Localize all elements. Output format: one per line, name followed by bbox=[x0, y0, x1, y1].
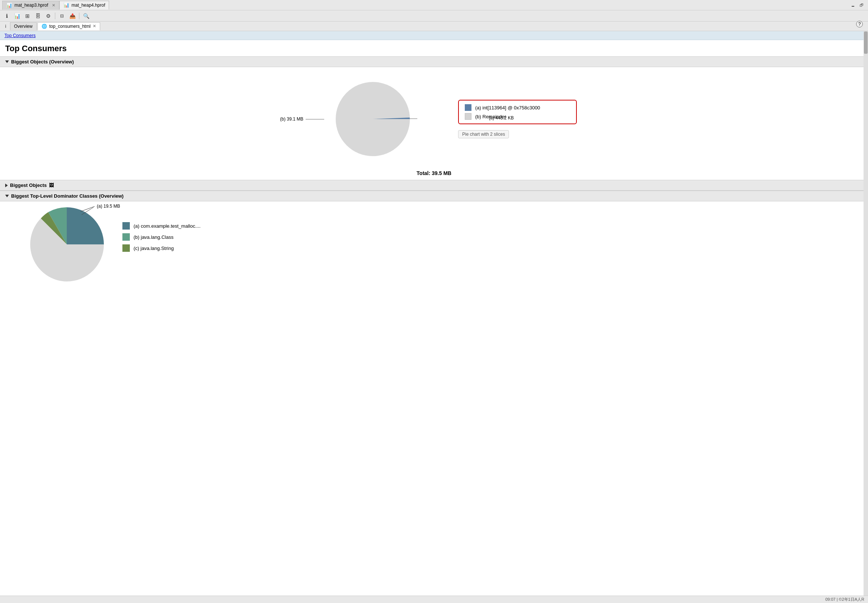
pie-label-a: (a) 445.2 KB bbox=[489, 115, 514, 121]
bar-chart-button[interactable]: 📊 bbox=[12, 12, 22, 20]
view-button[interactable]: ⊟ bbox=[57, 12, 67, 20]
bottom-chart-row: (a) 19.5 MB bbox=[0, 207, 868, 283]
settings-button[interactable]: ⚙ bbox=[44, 12, 53, 20]
tab-top-consumers[interactable]: 🌐 top_consumers_html ✕ bbox=[37, 22, 100, 30]
toolbar-separator bbox=[55, 12, 55, 19]
database-button[interactable]: 🗄 bbox=[33, 12, 42, 20]
bottom-chart-section: (a) 19.5 MB bbox=[0, 201, 868, 283]
pie-caption: Pie chart with 2 slices bbox=[458, 130, 509, 138]
biggest-dominator-title: Biggest Top-Level Dominator Classes (Ove… bbox=[11, 193, 124, 199]
pie-label-b: (b) 39.1 MB bbox=[280, 116, 324, 122]
bottom-legend: (a) com.example.test_malloc.... (b) java… bbox=[122, 207, 201, 252]
tab-overview[interactable]: Overview bbox=[10, 22, 37, 30]
bottom-legend-label-c: (c) java.lang.String bbox=[133, 246, 173, 251]
legend-item-b: (b) Remainder bbox=[465, 113, 570, 120]
view-icon: ⊟ bbox=[60, 13, 64, 19]
bar-chart-icon: 📊 bbox=[14, 13, 20, 19]
breadcrumb-bar: Top Consumers bbox=[0, 31, 868, 40]
biggest-objects-header[interactable]: Biggest Objects 🖼 bbox=[0, 180, 868, 191]
bottom-pie-label-a: (a) 19.5 MB bbox=[80, 204, 120, 209]
title-bar: 📊 mat_heap3.hprof ✕ 📊 mat_heap4.hprof 🗕 … bbox=[0, 0, 868, 10]
legend-item-a: (a) int[113964] @ 0x758c3000 bbox=[465, 104, 570, 111]
scrollbar[interactable] bbox=[863, 31, 868, 603]
biggest-objects-overview-title: Biggest Objects (Overview) bbox=[11, 59, 74, 65]
tab-close-heap3[interactable]: ✕ bbox=[52, 3, 55, 8]
expand-icon bbox=[5, 184, 8, 187]
help-icon: ? bbox=[858, 22, 861, 27]
minimize-button[interactable]: 🗕 bbox=[849, 2, 857, 8]
restore-button[interactable]: 🗗 bbox=[857, 2, 866, 8]
tab-mat-heap4[interactable]: 📊 mat_heap4.hprof bbox=[59, 1, 110, 10]
overview-tab-label: Overview bbox=[14, 24, 32, 29]
bottom-legend-item-c: (c) java.lang.String bbox=[122, 244, 201, 252]
settings-icon: ⚙ bbox=[46, 13, 51, 19]
main-content: Top Consumers Top Consumers Biggest Obje… bbox=[0, 31, 868, 603]
total-label: Total: 39.5 MB bbox=[416, 170, 452, 176]
tab-bar: 📊 mat_heap3.hprof ✕ 📊 mat_heap4.hprof bbox=[2, 1, 109, 10]
pie-chart bbox=[328, 74, 417, 164]
database-icon: 🗄 bbox=[35, 13, 40, 19]
bottom-legend-label-a: (a) com.example.test_malloc.... bbox=[133, 223, 201, 229]
inner-tab-close[interactable]: ✕ bbox=[93, 24, 96, 29]
tab-label-heap3: mat_heap3.hprof bbox=[14, 3, 48, 8]
tab-label-heap4: mat_heap4.hprof bbox=[71, 3, 105, 8]
label-line-b bbox=[306, 119, 324, 119]
legend-label-a: (a) int[113964] @ 0x758c3000 bbox=[475, 105, 540, 111]
table-button[interactable]: ⊞ bbox=[23, 12, 32, 20]
tab-icon-heap3: 📊 bbox=[6, 3, 12, 8]
window-controls: 🗕 🗗 bbox=[849, 2, 866, 8]
bottom-legend-item-b: (b) java.lang.Class bbox=[122, 233, 201, 241]
pie-chart-container: (b) 39.1 MB (a) 445.2 KB bbox=[328, 74, 417, 164]
toolbar: ℹ 📊 ⊞ 🗄 ⚙ ⊟ 📤 🔍 bbox=[0, 10, 868, 22]
biggest-dominator-classes-header[interactable]: Biggest Top-Level Dominator Classes (Ove… bbox=[0, 191, 868, 201]
bottom-color-b bbox=[122, 233, 130, 241]
inner-tab-bar: i Overview 🌐 top_consumers_html ✕ bbox=[0, 22, 868, 31]
collapse-icon bbox=[5, 60, 9, 63]
bottom-color-a bbox=[122, 222, 130, 230]
status-bar: 09:07 | ©2年1日A人R bbox=[0, 595, 868, 603]
tab-icon-heap4: 📊 bbox=[63, 2, 70, 8]
info-icon: ℹ bbox=[6, 13, 8, 19]
bottom-legend-label-b: (b) java.lang.Class bbox=[133, 234, 173, 240]
bottom-color-c bbox=[122, 244, 130, 252]
breadcrumb-link[interactable]: Top Consumers bbox=[5, 33, 36, 38]
table-view-icon: 🖼 bbox=[49, 182, 54, 188]
bottom-pie-container: (a) 19.5 MB bbox=[22, 207, 111, 283]
biggest-objects-overview-header[interactable]: Biggest Objects (Overview) bbox=[0, 56, 868, 67]
bottom-legend-item-a: (a) com.example.test_malloc.... bbox=[122, 222, 201, 230]
search-button[interactable]: 🔍 bbox=[82, 12, 91, 20]
pie-caption-wrapper: Pie chart with 2 slices bbox=[458, 127, 577, 138]
scrollbar-thumb[interactable] bbox=[864, 31, 868, 54]
legend-area: (a) int[113964] @ 0x758c3000 (b) Remaind… bbox=[458, 100, 577, 138]
biggest-objects-title: Biggest Objects bbox=[10, 182, 47, 188]
inner-info-icon: i bbox=[2, 23, 9, 30]
export-button[interactable]: 📤 bbox=[68, 12, 77, 20]
legend-color-a bbox=[465, 104, 472, 111]
table-icon: ⊞ bbox=[25, 13, 30, 19]
page-title: Top Consumers bbox=[0, 40, 868, 56]
bottom-slice-a bbox=[67, 207, 104, 244]
legend-color-b bbox=[465, 113, 472, 120]
search-icon: 🔍 bbox=[83, 13, 90, 19]
bottom-pie-chart bbox=[22, 207, 111, 281]
globe-icon: 🌐 bbox=[42, 24, 47, 29]
collapse-icon-2 bbox=[5, 195, 9, 197]
toolbar-separator-2 bbox=[79, 12, 79, 19]
help-button[interactable]: ? bbox=[856, 21, 863, 28]
chart-row: (b) 39.1 MB (a) 445.2 KB bbox=[284, 74, 584, 164]
info-button[interactable]: ℹ bbox=[2, 12, 11, 20]
export-icon: 📤 bbox=[70, 13, 76, 19]
biggest-objects-chart-section: (b) 39.1 MB (a) 445.2 KB bbox=[0, 67, 868, 180]
legend-box: (a) int[113964] @ 0x758c3000 (b) Remaind… bbox=[458, 100, 577, 124]
status-text: 09:07 | ©2年1日A人R bbox=[825, 597, 864, 602]
tab-mat-heap3[interactable]: 📊 mat_heap3.hprof ✕ bbox=[2, 1, 59, 10]
top-consumers-tab-label: top_consumers_html bbox=[50, 24, 91, 29]
